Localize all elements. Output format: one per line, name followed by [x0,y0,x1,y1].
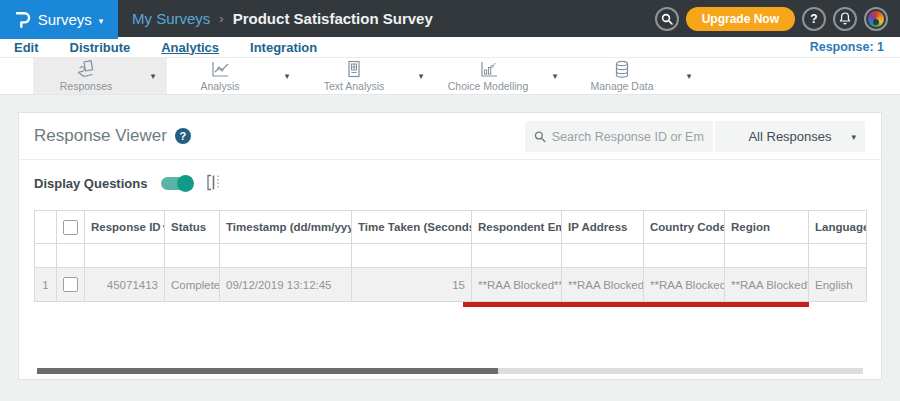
select-all-checkbox[interactable] [63,220,78,235]
horizontal-scrollbar[interactable] [37,368,863,374]
notifications-button[interactable] [833,7,857,31]
search-input[interactable] [552,130,704,144]
toolbar-item-responses[interactable]: Responses ▾ [33,58,167,94]
topbar-actions: Upgrade Now ? [655,7,900,31]
col-header-respondent-email[interactable]: Respondent Email [472,211,562,244]
toolbar-analysis-main[interactable]: Analysis [167,58,273,94]
choice-modelling-dropdown-caret[interactable]: ▾ [541,58,569,94]
response-search [525,121,713,152]
scrollbar-thumb[interactable] [37,368,498,374]
analysis-icon [209,60,231,79]
toggle-knob [177,175,194,192]
country-code-cell: **RAA Blocked** [644,268,725,302]
toolbar-choice-modelling-main[interactable]: Choice Modelling [435,58,541,94]
product-name: Surveys [38,11,92,28]
col-header-ip-address[interactable]: IP Address [562,211,644,244]
responses-icon [75,60,97,79]
upgrade-now-button[interactable]: Upgrade Now [686,7,795,31]
language-cell: English [809,268,867,302]
responses-filter-value: All Responses [748,129,831,144]
col-header-country-code[interactable]: Country Code [644,211,725,244]
choice-modelling-icon [477,60,499,79]
top-bar: Surveys ▾ My Surveys › Product Satisfact… [0,0,900,37]
timestamp-cell: 09/12/2019 13:12:45 [220,268,352,302]
analysis-dropdown-caret[interactable]: ▾ [273,58,301,94]
responses-table: Response ID▾ Status Timestamp (dd/mm/yyy… [34,210,867,302]
chevron-down-icon: ▾ [99,16,104,26]
breadcrumb-current-survey: Product Satisfaction Survey [233,10,433,27]
col-header-region[interactable]: Region [725,211,809,244]
col-header-time-taken[interactable]: Time Taken (Seconds)⇅ [352,211,472,244]
time-taken-cell: 15 [352,268,472,302]
response-viewer-header: Response Viewer ? All Responses ▾ [19,113,881,160]
breadcrumb: My Surveys › Product Satisfaction Survey [132,10,433,27]
table-controls: Display Questions [34,174,221,192]
responses-filter-dropdown[interactable]: All Responses ▾ [715,121,865,152]
nav-tab-edit[interactable]: Edit [14,40,39,55]
display-questions-toggle[interactable] [161,177,192,190]
manage-data-icon [611,60,633,79]
search-icon [534,130,546,143]
table-row: 1 45071413 Completed 09/12/2019 13:12:45… [35,268,867,302]
search-icon [661,13,673,25]
row-number-header [35,211,57,244]
page-title-text: Response Viewer [34,126,167,146]
region-cell: **RAA Blocked** [725,268,809,302]
ip-address-cell: **RAA Blocked** [562,268,644,302]
responses-dropdown-caret[interactable]: ▾ [139,58,167,94]
toolbar-item-text-analysis[interactable]: Text Analysis ▾ [301,58,435,94]
account-avatar[interactable] [864,7,888,31]
table-header-row: Response ID▾ Status Timestamp (dd/mm/yyy… [35,211,867,244]
bell-icon [839,12,851,25]
avatar-gauge-icon [868,11,884,27]
select-all-header [57,211,85,244]
nav-tab-distribute[interactable]: Distribute [70,40,131,55]
breadcrumb-separator-icon: › [219,11,223,26]
row-select-cell [57,268,85,302]
filter-row [35,244,867,268]
col-header-response-id[interactable]: Response ID▾ [85,211,165,244]
manage-data-dropdown-caret[interactable]: ▾ [675,58,703,94]
pin-columns-icon[interactable] [206,174,221,192]
nav-tab-analytics[interactable]: Analytics [161,40,219,55]
row-number-cell: 1 [35,268,57,302]
app-logo-surveys-menu[interactable]: Surveys ▾ [0,0,118,39]
analytics-toolbar: Responses ▾ Analysis ▾ [0,58,900,95]
response-viewer-card: Response Viewer ? All Responses ▾ Displa… [18,112,882,380]
survey-nav: Edit Distribute Analytics Integration Re… [0,37,900,58]
respondent-email-cell: **RAA Blocked** [472,268,562,302]
col-header-timestamp[interactable]: Timestamp (dd/mm/yyyy)⇅ [220,211,352,244]
questionpro-logo-icon [15,10,31,30]
response-count-label: Response: 1 [810,40,900,54]
toolbar-item-analysis[interactable]: Analysis ▾ [167,58,301,94]
help-button[interactable]: ? [802,7,826,31]
toolbar-text-analysis-main[interactable]: Text Analysis [301,58,407,94]
response-id-cell[interactable]: 45071413 [85,268,165,302]
status-cell: Completed [165,268,220,302]
chevron-down-icon: ▾ [851,132,856,142]
question-mark-icon: ? [810,12,817,26]
col-header-language[interactable]: Language [809,211,867,244]
toolbar-manage-data-main[interactable]: Manage Data [569,58,675,94]
text-analysis-dropdown-caret[interactable]: ▾ [407,58,435,94]
annotation-red-underline [463,302,809,307]
viewer-help-icon[interactable]: ? [175,128,191,144]
nav-tab-integration[interactable]: Integration [250,40,317,55]
text-analysis-icon [343,60,365,79]
row-checkbox[interactable] [63,277,78,292]
col-header-status[interactable]: Status [165,211,220,244]
display-questions-label: Display Questions [34,176,147,191]
toolbar-item-choice-modelling[interactable]: Choice Modelling ▾ [435,58,569,94]
breadcrumb-my-surveys[interactable]: My Surveys [132,10,210,27]
toolbar-responses-main[interactable]: Responses [33,58,139,94]
toolbar-item-manage-data[interactable]: Manage Data ▾ [569,58,703,94]
page-title: Response Viewer ? [34,126,191,146]
search-button[interactable] [655,7,679,31]
